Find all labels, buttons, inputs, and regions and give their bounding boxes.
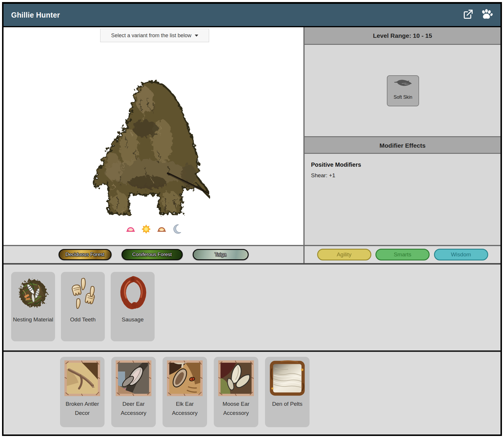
biome-label: Coniferous Forest xyxy=(132,252,172,258)
broken-antler-decor-image xyxy=(64,360,101,397)
decor-card-moose-ear[interactable]: Moose Ear Accessory xyxy=(214,357,258,427)
stat-label: Agility xyxy=(337,251,352,258)
stat-label: Smarts xyxy=(394,251,411,258)
sausage-icon xyxy=(115,275,151,312)
modifier-effects-body: Positive Modifiers Shear: +1 xyxy=(305,154,500,186)
feather-icon xyxy=(393,76,413,93)
carried-item-label: Soft Skin xyxy=(387,95,418,100)
caret-down-icon xyxy=(195,35,198,37)
loot-label: Odd Teeth xyxy=(61,315,105,324)
deer-ear-accessory-image xyxy=(115,360,152,397)
modifier-effects-header: Modifier Effects xyxy=(305,136,500,154)
loot-card-nesting-material[interactable]: Nesting Material xyxy=(11,272,55,341)
page-title: Ghillie Hunter xyxy=(11,11,60,19)
biome-button-taiga[interactable]: Taiga xyxy=(193,249,249,260)
moon-icon xyxy=(172,224,182,234)
decor-card-den-of-pelts[interactable]: Den of Pelts xyxy=(265,357,310,427)
time-of-day-row xyxy=(4,224,303,234)
odd-teeth-icon xyxy=(65,275,101,312)
den-of-pelts-image xyxy=(269,360,306,397)
ghillie-hunter-illustration xyxy=(85,79,211,219)
loot-label: Sausage xyxy=(111,315,155,324)
paw-icon[interactable] xyxy=(480,8,493,21)
biome-strip: Deciduous Forest Coniferous Forest Taiga xyxy=(4,246,303,263)
elk-ear-accessory-image xyxy=(166,360,203,397)
decor-label: Deer Ear Accessory xyxy=(111,400,156,418)
sunset-icon xyxy=(157,224,167,234)
stat-pill-wisdom[interactable]: Wisdom xyxy=(434,249,488,260)
decor-label: Moose Ear Accessory xyxy=(214,400,258,418)
loot-card-odd-teeth[interactable]: Odd Teeth xyxy=(61,272,105,341)
stat-pill-smarts[interactable]: Smarts xyxy=(375,249,430,260)
variant-dropdown-label: Select a variant from the list below xyxy=(111,33,191,39)
biome-label: Deciduous Forest xyxy=(65,252,104,258)
level-range-header: Level Range: 10 - 15 xyxy=(305,27,500,45)
stat-pill-agility[interactable]: Agility xyxy=(317,249,371,260)
biome-button-deciduous-forest[interactable]: Deciduous Forest xyxy=(59,249,112,260)
decor-card-elk-ear[interactable]: Elk Ear Accessory xyxy=(163,357,207,427)
stat-strip: Agility Smarts Wisdom xyxy=(305,246,500,263)
loot-section: Nesting Material xyxy=(4,265,500,350)
variant-dropdown[interactable]: Select a variant from the list below xyxy=(100,29,209,42)
title-bar: Ghillie Hunter xyxy=(4,4,500,26)
biome-label: Taiga xyxy=(215,252,227,258)
positive-modifiers-title: Positive Modifiers xyxy=(311,161,494,168)
sunrise-icon xyxy=(126,224,136,234)
decor-section: Broken Antler Decor xyxy=(4,352,500,434)
external-link-icon[interactable] xyxy=(462,9,474,21)
loot-label: Nesting Material xyxy=(11,315,55,324)
creature-preview-panel: Select a variant from the list below xyxy=(4,27,303,245)
app-window: Ghillie Hunter S xyxy=(0,0,504,438)
sun-icon xyxy=(141,224,151,234)
biome-button-coniferous-forest[interactable]: Coniferous Forest xyxy=(122,249,183,260)
details-panel: Level Range: 10 - 15 Soft Skin Modifier … xyxy=(305,27,500,245)
carried-item-card[interactable]: Soft Skin xyxy=(387,75,419,106)
decor-card-broken-antler[interactable]: Broken Antler Decor xyxy=(60,357,105,427)
carried-item-area: Soft Skin xyxy=(305,45,500,136)
decor-card-deer-ear[interactable]: Deer Ear Accessory xyxy=(111,357,156,427)
decor-label: Elk Ear Accessory xyxy=(163,400,207,418)
modifier-entry: Shear: +1 xyxy=(311,172,494,179)
loot-card-sausage[interactable]: Sausage xyxy=(111,272,155,341)
moose-ear-accessory-image xyxy=(218,360,254,397)
nesting-material-icon xyxy=(15,275,51,312)
decor-label: Den of Pelts xyxy=(265,400,310,409)
stat-label: Wisdom xyxy=(451,251,471,258)
decor-label: Broken Antler Decor xyxy=(60,400,105,418)
